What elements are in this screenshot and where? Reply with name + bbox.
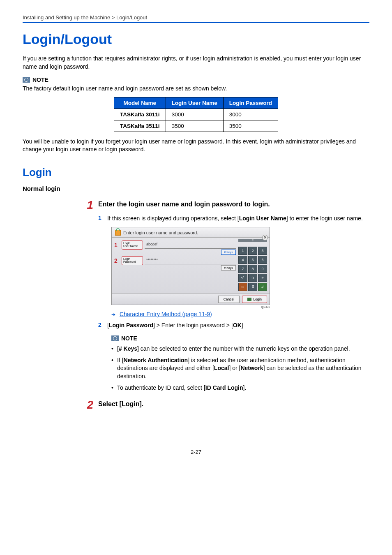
table-row: TASKalfa 3011i 3000 3000 — [114, 109, 278, 120]
step-title: Enter the login user name and login pass… — [98, 201, 270, 208]
cell: 3500 — [223, 120, 278, 132]
cell: TASKalfa 3011i — [114, 109, 166, 120]
login-heading: Login — [23, 166, 369, 179]
th-model: Model Name — [114, 97, 166, 109]
after-table-paragraph: You will be unable to login if you forge… — [23, 138, 369, 154]
login-screenshot: Enter login user name and password. ✕ 1 … — [111, 227, 270, 305]
key-move[interactable]: ⠿ — [248, 283, 257, 291]
substep-text: If this screen is displayed during opera… — [107, 215, 369, 223]
key-clear[interactable]: C — [238, 283, 247, 291]
key-8[interactable]: 8 — [248, 265, 257, 273]
cancel-button[interactable]: Cancel — [218, 296, 240, 303]
page-title: Login/Logout — [23, 31, 369, 47]
cell: 3500 — [166, 120, 223, 132]
character-entry-link[interactable]: Character Entry Method (page 11-9) — [120, 311, 212, 317]
step-number: 2 — [84, 399, 93, 411]
substep-2: 2 [Login Password] > Enter the login pas… — [98, 321, 369, 330]
step-1: 1 Enter the login user name and login pa… — [84, 199, 369, 212]
key-hash[interactable]: # — [258, 274, 267, 282]
page-number: 2-27 — [23, 449, 369, 455]
key-6[interactable]: 6 — [258, 256, 267, 264]
key-3[interactable]: 3 — [258, 247, 267, 255]
substep-number: 2 — [98, 321, 104, 330]
substep-1: 1 If this screen is displayed during ope… — [98, 215, 369, 223]
key-9[interactable]: 9 — [258, 265, 267, 273]
note-block-2: NOTE [# Keys] can be selected to enter t… — [111, 335, 369, 392]
step-2: 2 Select [Login]. — [84, 399, 369, 412]
key-sym[interactable]: */. — [238, 274, 247, 282]
note-text: The factory default login user name and … — [23, 85, 369, 93]
note-block-1: NOTE The factory default login user name… — [23, 76, 369, 154]
note-icon — [23, 77, 30, 83]
cell: 3000 — [166, 109, 223, 120]
note-item: To authenticate by ID card, select [ID C… — [111, 384, 369, 392]
login-user-name-value: abcdef — [145, 241, 236, 249]
login-user-name-button[interactable]: Login User Name — [122, 240, 143, 250]
callout-2: 2 — [114, 257, 120, 264]
login-button[interactable]: Login — [242, 296, 267, 303]
lock-icon — [115, 230, 121, 236]
intro-paragraph: If you are setting a function that requi… — [23, 55, 369, 71]
note-icon — [111, 335, 119, 341]
key-0[interactable]: 0 — [248, 274, 257, 282]
breadcrumb: Installing and Setting up the Machine > … — [23, 14, 369, 21]
numeric-keypad: 1 2 3 4 5 6 7 8 9 */. 0 # C — [238, 247, 267, 291]
note-label: NOTE — [32, 76, 48, 83]
numeric-keys-button[interactable]: # Keys — [221, 265, 236, 271]
callout-1: 1 — [114, 242, 120, 248]
arrow-icon: ➔ — [111, 312, 115, 317]
key-1[interactable]: 1 — [238, 247, 247, 255]
credentials-table: Model Name Login User Name Login Passwor… — [114, 97, 278, 132]
key-4[interactable]: 4 — [238, 256, 247, 264]
step-number: 1 — [84, 199, 93, 211]
key-5[interactable]: 5 — [248, 256, 257, 264]
th-user: Login User Name — [166, 97, 223, 109]
note-item: [# Keys] can be selected to enter the nu… — [111, 345, 369, 353]
normal-login-heading: Normal login — [23, 185, 369, 192]
header-rule — [23, 22, 369, 23]
note-label: NOTE — [121, 335, 137, 342]
login-password-value: ******** — [145, 257, 236, 264]
cell: TASKalfa 3511i — [114, 120, 166, 132]
table-row: TASKalfa 3511i 3500 3500 — [114, 120, 278, 132]
step-title: Select [Login]. — [98, 400, 143, 408]
substep-text: [Login Password] > Enter the login passw… — [107, 321, 369, 330]
cell: 3000 — [223, 109, 278, 120]
login-password-button[interactable]: Login Password — [122, 256, 143, 265]
substep-number: 1 — [98, 215, 104, 223]
key-enter[interactable]: ↲ — [258, 283, 267, 291]
numeric-keys-button[interactable]: # Keys — [221, 250, 236, 255]
dialog-title: Enter login user name and password. — [123, 230, 198, 235]
enter-icon — [247, 298, 251, 301]
key-2[interactable]: 2 — [248, 247, 257, 255]
note-item: If [Network Authentication] is selected … — [111, 356, 369, 381]
close-icon[interactable]: ✕ — [262, 235, 268, 240]
key-7[interactable]: 7 — [238, 265, 247, 273]
th-pass: Login Password — [223, 97, 278, 109]
screenshot-id: lg0301 — [111, 305, 270, 308]
